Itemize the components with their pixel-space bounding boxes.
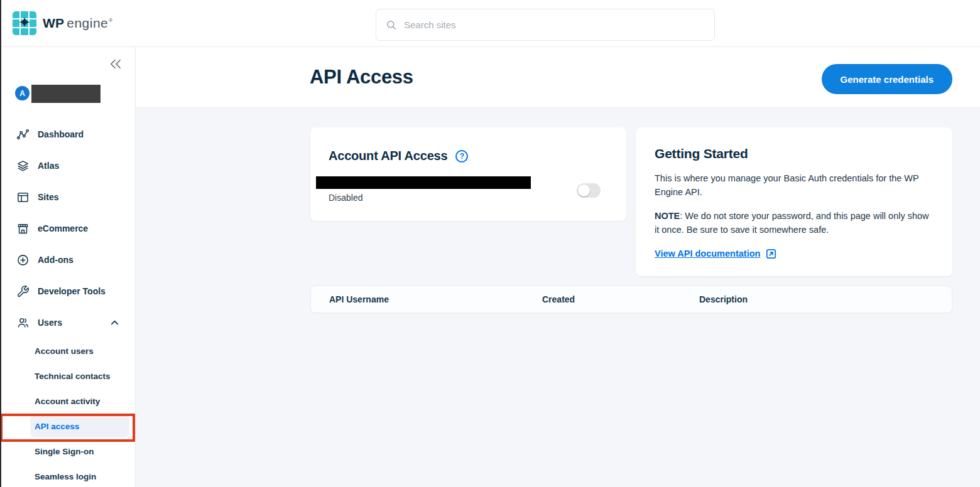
avatar: A [15,86,30,100]
chevron-up-icon [110,318,119,328]
getting-started-title: Getting Started [655,146,931,161]
help-icon[interactable]: ? [455,150,468,163]
card-title: Account API Access [329,149,447,163]
column-description: Description [699,294,952,304]
page-title: API Access [310,66,413,88]
content-area: Account API Access ? Disabled Getting St… [136,108,980,487]
account-name-redacted [31,85,101,103]
ecommerce-icon [16,222,30,235]
sidebar-item-account-users[interactable]: Account users [0,338,135,363]
sidebar-item-label: Developer Tools [38,286,106,296]
note-text: : We do not store your password, and thi… [655,211,929,235]
sidebar-item-sites[interactable]: Sites [0,181,135,213]
wp-engine-logo-mark: ✦ [13,11,36,35]
addons-icon [16,254,30,267]
getting-started-paragraph: This is where you manage your Basic Auth… [655,171,931,200]
sidebar-item-label: Add-ons [38,255,74,265]
sidebar-item-label: Sites [38,192,58,202]
column-api-username: API Username [329,294,542,304]
sidebar-item-label: Dashboard [38,129,84,139]
search-input[interactable] [404,19,714,30]
sidebar-item-ecommerce[interactable]: eCommerce [0,213,135,244]
column-created: Created [542,294,699,304]
sidebar-item-users[interactable]: Users [0,307,135,338]
credentials-table-header: API Username Created Description [310,286,952,313]
users-subnav: Account users Technical contacts Account… [0,338,135,487]
sidebar-item-developer-tools[interactable]: Developer Tools [0,276,135,307]
api-username-redacted [316,176,531,189]
sidebar: A Dashboard [0,47,136,487]
sidebar-item-single-sign-on[interactable]: Single Sign-on [0,439,135,464]
account-api-access-card: Account API Access ? Disabled [310,127,626,221]
brand-wordmark: WP engine ® [43,16,112,31]
sidebar-collapse-button[interactable] [107,56,124,72]
search-icon [385,19,398,31]
wp-engine-logo[interactable]: ✦ WP engine ® [13,11,112,35]
developer-tools-icon [16,285,30,298]
topbar: ✦ WP engine ® [0,0,980,47]
brand-engine: engine [67,16,108,31]
dashboard-icon [16,128,30,141]
sidebar-item-dashboard[interactable]: Dashboard [0,119,135,150]
sidebar-item-label: Atlas [38,161,59,171]
brand-wp: WP [43,16,64,31]
sidebar-item-seamless-login[interactable]: Seamless login [0,464,135,487]
sidebar-item-label: Users [38,318,62,328]
sidebar-item-addons[interactable]: Add-ons [0,244,135,276]
sites-icon [16,191,30,204]
window-edge [0,0,1,487]
brand-registered-mark: ® [109,18,112,23]
external-link-icon [765,248,777,260]
getting-started-card: Getting Started This is where you manage… [636,127,952,276]
generate-credentials-button[interactable]: Generate credentials [822,64,952,94]
account-switcher[interactable]: A [15,83,101,103]
users-icon [16,316,30,329]
page-header: API Access Generate credentials [136,47,980,108]
sidebar-nav: Dashboard Atlas Sites [0,119,135,487]
sidebar-item-account-activity[interactable]: Account activity [0,388,135,414]
search-box [376,9,715,41]
logo-star-icon: ✦ [18,15,31,30]
sidebar-item-api-access[interactable]: API access [0,414,135,439]
atlas-icon [16,159,30,173]
note-label: NOTE [655,211,680,221]
view-api-documentation-link[interactable]: View API documentation [655,249,760,259]
sidebar-item-technical-contacts[interactable]: Technical contacts [0,363,135,388]
toggle-knob [578,185,590,196]
chevrons-left-icon [109,58,122,70]
sidebar-item-atlas[interactable]: Atlas [0,150,135,181]
api-access-status: Disabled [329,193,362,203]
api-access-toggle[interactable] [577,183,601,198]
sidebar-item-label: eCommerce [38,223,88,233]
getting-started-note: NOTE: We do not store your password, and… [655,209,931,237]
